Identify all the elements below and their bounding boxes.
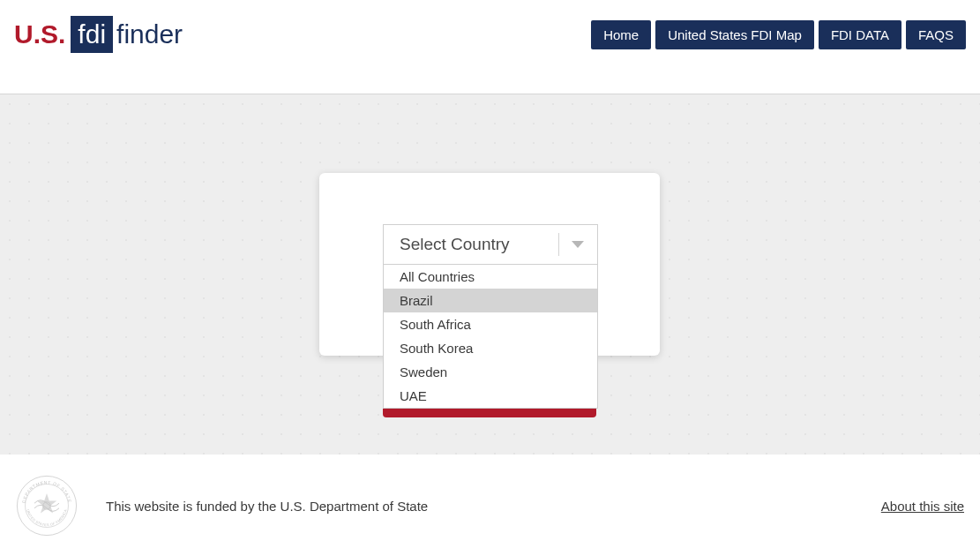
- nav-faqs[interactable]: FAQS: [906, 20, 966, 49]
- select-divider: [558, 233, 559, 256]
- nav-fdi-data[interactable]: FDI DATA: [819, 20, 901, 49]
- dropdown-option[interactable]: Sweden: [384, 360, 597, 384]
- select-trigger[interactable]: Select Country: [383, 224, 598, 265]
- nav-home[interactable]: Home: [591, 20, 651, 49]
- main-area: Select Country All CountriesBrazilSouth …: [0, 94, 980, 455]
- dropdown-option[interactable]: South Africa: [384, 312, 597, 336]
- header: U.S. fdi finder Home United States FDI M…: [0, 0, 980, 94]
- logo-finder-text: finder: [116, 19, 183, 49]
- logo: U.S. fdi finder: [14, 12, 183, 56]
- footer-funding-text: This website is funded by the U.S. Depar…: [106, 499, 428, 514]
- logo-us-text: U.S.: [14, 19, 65, 49]
- footer: DEPARTMENT OF STATE UNITED STATES OF AME…: [0, 455, 980, 541]
- nav-bar: Home United States FDI Map FDI DATA FAQS: [591, 20, 966, 49]
- logo-fdi-box: fdi: [71, 16, 113, 53]
- dropdown-list: All CountriesBrazilSouth AfricaSouth Kor…: [383, 265, 598, 409]
- state-seal-icon: DEPARTMENT OF STATE UNITED STATES OF AME…: [16, 475, 78, 537]
- nav-fdi-map[interactable]: United States FDI Map: [655, 20, 814, 49]
- dropdown-option[interactable]: All Countries: [384, 265, 597, 289]
- select-placeholder: Select Country: [400, 235, 510, 254]
- select-arrow-area: [558, 225, 584, 264]
- dropdown-option[interactable]: South Korea: [384, 336, 597, 360]
- about-link[interactable]: About this site: [881, 499, 964, 514]
- svg-text:UNITED STATES OF AMERICA: UNITED STATES OF AMERICA: [26, 509, 67, 527]
- chevron-down-icon: [572, 241, 584, 248]
- dropdown-option[interactable]: Brazil: [384, 289, 597, 312]
- dropdown-option[interactable]: UAE: [384, 384, 597, 408]
- country-select[interactable]: Select Country All CountriesBrazilSouth …: [383, 224, 598, 409]
